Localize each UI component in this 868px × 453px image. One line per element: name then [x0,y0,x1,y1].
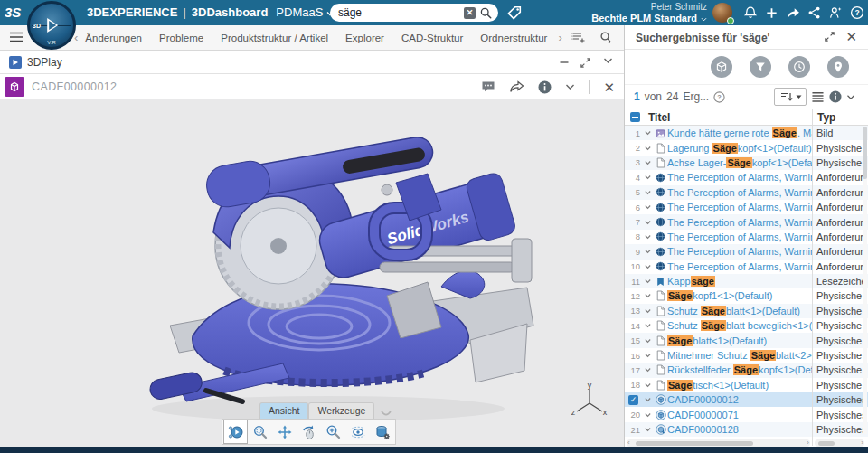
vertical-scrollbar[interactable] [863,127,867,434]
nav-tab-produktstruktur-artikel[interactable]: Produktstruktur / Artikel [221,33,328,43]
expand-panel-icon[interactable] [824,31,835,42]
result-row[interactable]: 4The Perception of Alarms, Warnings, StA… [625,170,868,184]
expand-chevron-icon[interactable] [642,396,654,403]
help-circle-icon[interactable]: ? [713,91,725,103]
result-row[interactable]: 2Lagerung Sägekopf<1>(Default)Physische … [625,140,868,155]
hamburger-menu-icon[interactable] [9,30,24,46]
pan-button[interactable] [272,420,297,444]
nav-tab-cad-struktur[interactable]: CAD-Struktur [401,33,463,43]
tab-werkzeuge[interactable]: Werkzeuge [308,402,374,419]
result-row[interactable]: 9The Perception of Alarms, Warnings, StA… [625,244,868,259]
expand-chevron-icon[interactable] [642,307,654,315]
expand-chevron-icon[interactable] [642,263,654,270]
expand-chevron-icon[interactable] [642,366,654,373]
result-title[interactable]: The Perception of Alarms, Warnings, St [667,187,812,198]
result-title[interactable]: Kunde hätte gerne rote Säge. Machbar [667,127,812,138]
result-row[interactable]: 16Mitnehmer Schutz Sägeblatt<2>(DefauPhy… [625,348,868,363]
expand-chevron-icon[interactable] [642,352,654,359]
assistant-icon[interactable] [828,5,843,20]
close-panel-icon[interactable]: ✕ [845,29,857,45]
examine-button[interactable] [345,420,370,444]
tags-icon[interactable] [506,5,523,21]
comments-icon[interactable] [481,80,495,93]
result-title[interactable]: Schutz Sägeblatt<1>(Default) [667,306,812,316]
result-row[interactable]: 3Achse Lager-Sägekopf<1>(Default)Physisc… [625,156,868,170]
result-row[interactable]: 7The Perception of Alarms, Warnings, StA… [625,214,868,229]
clear-search-icon[interactable]: ✕ [464,7,476,19]
expand-chevron-icon[interactable] [642,203,654,211]
expand-chevron-icon[interactable] [642,129,654,137]
3d-viewer[interactable]: SolidWorks y x z [0,99,624,447]
expand-chevron-icon[interactable] [642,322,654,329]
nav-tab-explorer[interactable]: Explorer [345,33,384,43]
expand-chevron-icon[interactable] [642,145,654,152]
result-row[interactable]: 1Kunde hätte gerne rote Säge. MachbarBil… [625,126,868,140]
list-view-icon[interactable] [811,91,825,103]
chevron-down-icon[interactable] [603,57,613,64]
filter-icon[interactable] [750,56,771,78]
platform-selector[interactable]: PDMaaS [276,5,323,19]
play-button[interactable] [223,420,248,444]
result-title[interactable]: Mitnehmer Schutz Sägeblatt<2>(Defau [667,350,812,361]
chevron-down-icon[interactable] [846,94,855,100]
result-row[interactable]: 12Sägekopf1<1>(Default)Physische P [625,288,868,303]
search-icon[interactable] [480,7,492,19]
zoom-button[interactable] [321,420,345,444]
nav-tab-probleme[interactable]: Probleme [159,33,203,43]
result-row[interactable]: 10The Perception of Alarms, Warnings, St… [625,260,868,274]
result-title[interactable]: Lagerung Sägekopf<1>(Default) [667,143,812,154]
result-row[interactable]: 20CADF00000071Physisches [625,407,868,421]
nav-tab-ordnerstruktur[interactable]: Ordnerstruktur [480,33,547,43]
share-network-icon[interactable] [807,5,821,20]
result-title[interactable]: Rückstellfeder Sägekopf<1>(Default) [667,364,812,375]
add-to-list-icon[interactable] [571,31,586,44]
result-title[interactable]: Kappsäge [667,276,812,287]
result-row[interactable]: 13Schutz Sägeblatt<1>(Default)Physische … [625,304,868,318]
avatar[interactable] [712,3,732,23]
result-title[interactable]: The Perception of Alarms, Warnings, St [667,231,812,242]
typ-horizontal-scrollbar[interactable]: › [815,439,864,447]
expand-chevron-icon[interactable] [642,411,654,419]
expand-chevron-icon[interactable] [642,233,654,241]
result-title[interactable]: CADF00000071 [667,410,812,420]
result-row[interactable]: 15Sägeblatt<1>(Default)Physische P [625,333,868,347]
result-row[interactable]: 11KappsägeLesezeichen [625,274,868,288]
notifications-icon[interactable] [743,5,758,20]
column-divider[interactable] [812,109,813,446]
info-icon[interactable] [829,90,842,103]
expand-chevron-icon[interactable] [642,174,654,181]
location-icon[interactable] [827,56,849,78]
3d-model-icon[interactable] [711,56,732,78]
result-title[interactable]: Achse Lager-Sägekopf<1>(Default) [667,157,812,168]
result-title[interactable]: CADF00000128 [667,424,812,435]
expand-chevron-icon[interactable] [642,189,654,196]
scroll-tabs-right-icon[interactable]: › [558,31,561,44]
sort-button[interactable] [774,88,807,106]
search-annotation-icon[interactable] [599,31,613,44]
expand-chevron-icon[interactable] [642,159,654,166]
result-title[interactable]: The Perception of Alarms, Warnings, St [667,202,812,212]
result-title[interactable]: CADF00000012 [667,394,812,405]
row-checkbox[interactable]: ✓ [628,395,638,405]
search-input[interactable] [338,6,459,19]
result-row[interactable]: ✓CADF00000012Physisches [625,392,868,407]
chevron-down-icon[interactable] [565,83,575,90]
expand-chevron-icon[interactable] [642,248,654,255]
select-all-checkbox[interactable] [630,112,640,122]
result-row[interactable]: 6The Perception of Alarms, Warnings, StA… [625,200,868,214]
expand-chevron-icon[interactable] [642,382,654,389]
3dexperience-compass-icon[interactable]: 3D V.R [27,1,76,50]
minimize-icon[interactable] [559,57,570,68]
close-widget-icon[interactable]: ✕ [603,80,615,94]
expand-chevron-icon[interactable] [642,292,654,299]
result-row[interactable]: 14Schutz Sägeblatt beweglich<1>(Default)… [625,318,868,333]
tab-ansicht[interactable]: Ansicht [259,402,308,419]
user-menu[interactable]: Peter Schmitz Bechtle PLM Standard [591,2,707,24]
share-icon[interactable] [509,80,524,93]
result-title[interactable]: Sägeblatt<1>(Default) [667,335,812,346]
expand-chevron-icon[interactable] [642,219,654,226]
result-row[interactable]: 17Rückstellfeder Sägekopf<1>(Default)Phy… [625,363,868,377]
result-title[interactable]: The Perception of Alarms, Warnings, St [667,217,812,228]
zoom-window-button[interactable] [248,420,272,444]
result-title[interactable]: The Perception of Alarms, Warnings, St [667,246,812,257]
